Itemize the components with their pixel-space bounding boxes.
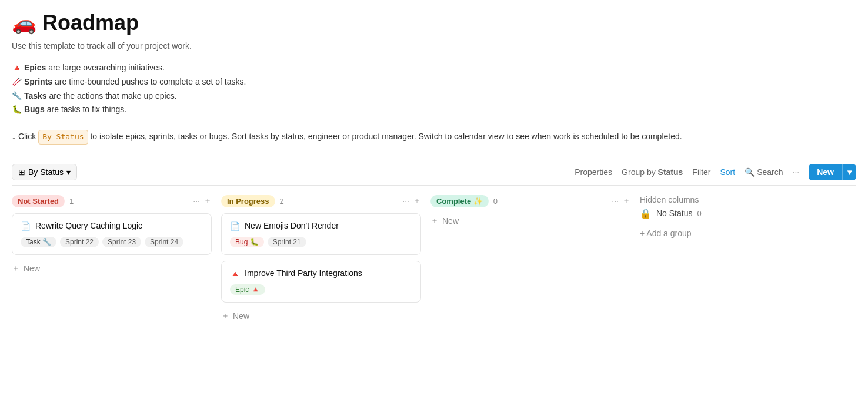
page-header: 🚗 Roadmap — [12, 11, 856, 35]
new-item-complete[interactable]: ＋ New — [430, 213, 630, 229]
column-add-not-started[interactable]: ＋ — [203, 196, 212, 206]
column-actions-in-progress: ··· ＋ — [402, 196, 421, 206]
desc-sprints: 🥢 Sprints are time-bounded pushes to com… — [12, 75, 856, 89]
by-status-label: By Status — [28, 167, 64, 177]
column-not-started: Not Started 1 ··· ＋ 📄 Rewrite Query Cach… — [12, 195, 212, 276]
hidden-columns-label: Hidden columns — [640, 195, 846, 204]
search-button[interactable]: 🔍 Search — [745, 167, 783, 177]
search-label: Search — [757, 167, 783, 177]
title-emoji: 🚗 — [12, 11, 36, 35]
column-add-in-progress[interactable]: ＋ — [413, 196, 421, 206]
card-rewrite-query[interactable]: 📄 Rewrite Query Caching Logic Task 🔧 Spr… — [12, 213, 212, 255]
status-badge-not-started: Not Started — [12, 195, 65, 207]
card-title-text-integrations: Improve Third Party Integrations — [245, 268, 362, 278]
instruction-text: ↓ Click By Status to isolate epics, spri… — [12, 130, 856, 145]
desc-bugs: 🐛 Bugs are tasks to fix things. — [12, 103, 856, 117]
page-title: Roadmap — [42, 11, 139, 35]
column-header-in-progress: In Progress 2 ··· ＋ — [221, 195, 421, 207]
status-badge-in-progress: In Progress — [221, 195, 275, 207]
toolbar-left: ⊞ By Status ▾ — [12, 164, 77, 180]
column-header-not-started: Not Started 1 ··· ＋ — [12, 195, 212, 207]
column-header-complete: Complete ✨ 0 ··· ＋ — [430, 195, 630, 207]
group-by-label: Group by Status — [622, 167, 683, 177]
filter-button[interactable]: Filter — [692, 167, 710, 177]
card-tags-rewrite: Task 🔧 Sprint 22 Sprint 23 Sprint 24 — [21, 237, 203, 247]
add-group-button[interactable]: + Add a group — [640, 229, 692, 238]
new-item-label: New — [24, 264, 40, 273]
column-more-not-started[interactable]: ··· — [193, 196, 200, 206]
column-in-progress: In Progress 2 ··· ＋ 📄 New Emojis Don't R… — [221, 195, 421, 324]
hidden-columns-area: Hidden columns 🔒 No Status 0 + Add a gro… — [640, 195, 846, 238]
tag-sprint21[interactable]: Sprint 21 — [268, 237, 306, 247]
sort-button[interactable]: Sort — [720, 167, 735, 177]
plus-icon-progress: ＋ — [221, 311, 229, 321]
add-group-label: + Add a group — [640, 229, 692, 238]
card-integrations[interactable]: 🔺 Improve Third Party Integrations Epic … — [221, 261, 421, 303]
doc-icon: 📄 — [21, 221, 31, 231]
new-item-not-started[interactable]: ＋ New — [12, 261, 212, 276]
epic-icon-integrations: 🔺 — [230, 269, 240, 278]
desc-epics: 🔺 Epics are large overarching initiative… — [12, 61, 856, 75]
lock-icon: 🔒 — [640, 208, 652, 219]
toolbar: ⊞ By Status ▾ Properties Group by Status… — [12, 159, 856, 186]
column-complete: Complete ✨ 0 ··· ＋ ＋ New — [430, 195, 630, 229]
desc-tasks: 🔧 Tasks are the actions that make up epi… — [12, 89, 856, 103]
new-button[interactable]: New ▾ — [809, 164, 856, 180]
tag-sprint23[interactable]: Sprint 23 — [102, 237, 141, 247]
hidden-columns-section: Hidden columns 🔒 No Status 0 — [640, 195, 846, 219]
no-status-row: 🔒 No Status 0 — [640, 208, 846, 219]
column-count-in-progress: 2 — [280, 197, 284, 206]
tag-epic[interactable]: Epic 🔺 — [230, 284, 265, 295]
card-title-rewrite: 📄 Rewrite Query Caching Logic — [21, 221, 203, 231]
page-wrapper: 🚗 Roadmap Use this template to track all… — [0, 0, 868, 420]
new-item-label-progress: New — [233, 311, 249, 321]
toolbar-right: Properties Group by Status Filter Sort 🔍… — [575, 164, 856, 180]
chevron-down-icon: ▾ — [66, 167, 71, 177]
no-status-count: 0 — [697, 209, 701, 218]
card-title-text: Rewrite Query Caching Logic — [35, 221, 142, 230]
board: Not Started 1 ··· ＋ 📄 Rewrite Query Cach… — [12, 195, 856, 324]
instruction-prefix: ↓ Click — [12, 132, 38, 141]
card-title-integrations: 🔺 Improve Third Party Integrations — [230, 268, 412, 278]
grid-icon: ⊞ — [18, 167, 25, 177]
tag-sprint24[interactable]: Sprint 24 — [145, 237, 183, 247]
card-tags-integrations: Epic 🔺 — [230, 284, 412, 295]
column-add-complete[interactable]: ＋ — [622, 196, 630, 206]
card-title-text-emojis: New Emojis Don't Render — [245, 221, 339, 230]
card-emojis[interactable]: 📄 New Emojis Don't Render Bug 🐛 Sprint 2… — [221, 213, 421, 255]
doc-icon-emojis: 📄 — [230, 221, 240, 231]
more-button[interactable]: ··· — [793, 167, 800, 177]
column-more-in-progress[interactable]: ··· — [402, 196, 409, 206]
page-subtitle: Use this template to track all of your p… — [12, 41, 856, 51]
card-title-emojis: 📄 New Emojis Don't Render — [230, 221, 412, 231]
tag-task[interactable]: Task 🔧 — [21, 237, 56, 247]
properties-button[interactable]: Properties — [575, 167, 612, 177]
instruction-badge[interactable]: By Status — [38, 130, 88, 145]
plus-icon-complete: ＋ — [430, 216, 439, 226]
column-count-complete: 0 — [493, 197, 498, 206]
new-item-in-progress[interactable]: ＋ New — [221, 308, 421, 324]
card-tags-emojis: Bug 🐛 Sprint 21 — [230, 237, 412, 247]
tag-sprint22[interactable]: Sprint 22 — [60, 237, 99, 247]
instruction-suffix: to isolate epics, sprints, tasks or bugs… — [90, 132, 682, 141]
page-description: 🔺 Epics are large overarching initiative… — [12, 61, 856, 117]
search-icon: 🔍 — [745, 167, 755, 177]
tag-bug[interactable]: Bug 🐛 — [230, 237, 264, 247]
status-badge-complete: Complete ✨ — [430, 195, 489, 207]
column-more-complete[interactable]: ··· — [612, 196, 619, 206]
by-status-button[interactable]: ⊞ By Status ▾ — [12, 164, 77, 180]
new-label: New — [809, 164, 842, 180]
column-actions-complete: ··· ＋ — [612, 196, 630, 206]
plus-icon: ＋ — [12, 263, 20, 274]
new-item-label-complete: New — [442, 216, 459, 226]
column-count-not-started: 1 — [69, 197, 74, 206]
column-actions-not-started: ··· ＋ — [193, 196, 212, 206]
no-status-label: No Status — [656, 209, 692, 218]
new-dropdown-arrow[interactable]: ▾ — [842, 164, 856, 180]
